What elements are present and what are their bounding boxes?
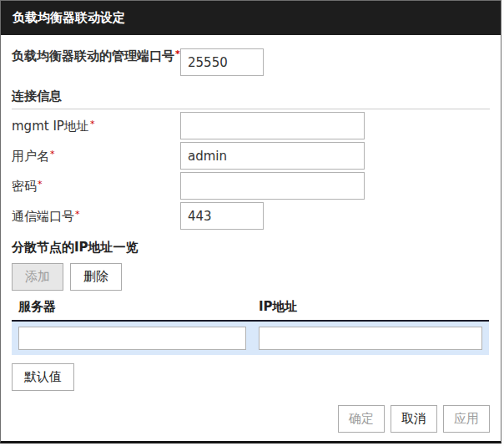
dialog-title: 负载均衡器联动设定: [13, 10, 125, 26]
delete-button[interactable]: 删除: [70, 263, 122, 291]
comm-port-label: 通信端口号*: [12, 202, 180, 226]
ip-cell-input[interactable]: [259, 327, 482, 350]
required-asterisk: *: [175, 48, 180, 59]
password-label-text: 密码: [12, 179, 37, 194]
mgmt-ip-input[interactable]: [180, 112, 365, 139]
password-label: 密码*: [12, 172, 180, 195]
default-value-button[interactable]: 默认值: [12, 363, 74, 391]
cancel-button[interactable]: 取消: [391, 405, 437, 433]
dialog-body: 负载均衡器联动的管理端口号* 连接信息 mgmt IP地址* 用户名* 密码*: [1, 48, 501, 433]
comm-port-row: 通信端口号*: [12, 202, 490, 230]
mgmt-ip-label: mgmt IP地址*: [12, 112, 180, 135]
comm-port-input[interactable]: [180, 202, 264, 230]
password-input[interactable]: [180, 172, 365, 200]
required-asterisk: *: [90, 119, 95, 129]
ok-button[interactable]: 确定: [338, 405, 385, 433]
dialog-footer: 确定 取消 应用: [12, 405, 490, 433]
mgmt-ip-row: mgmt IP地址*: [12, 112, 490, 139]
node-list-toolbar: 添加 删除: [12, 263, 490, 291]
mgmt-ip-label-text: mgmt IP地址: [12, 119, 89, 134]
add-button[interactable]: 添加: [12, 263, 63, 291]
comm-port-label-text: 通信端口号: [12, 209, 74, 224]
default-button-row: 默认值: [12, 363, 490, 391]
table-row[interactable]: [12, 322, 489, 355]
node-ip-table-header: 服务器 IP地址: [12, 299, 489, 322]
dialog-titlebar: 负载均衡器联动设定: [1, 1, 501, 35]
required-asterisk: *: [75, 209, 80, 220]
mgmt-port-input[interactable]: [180, 48, 264, 76]
username-label-text: 用户名: [12, 149, 49, 164]
server-column-header: 服务器: [12, 299, 259, 315]
server-cell-input[interactable]: [18, 327, 246, 350]
node-ip-list-title: 分散节点的IP地址一览: [12, 240, 490, 256]
apply-button[interactable]: 应用: [443, 405, 490, 433]
required-asterisk: *: [38, 179, 43, 190]
load-balancer-settings-dialog: 负载均衡器联动设定 负载均衡器联动的管理端口号* 连接信息 mgmt IP地址*…: [0, 0, 501, 443]
password-row: 密码*: [12, 172, 490, 200]
mgmt-port-row: 负载均衡器联动的管理端口号*: [12, 48, 490, 76]
username-row: 用户名*: [12, 142, 490, 170]
username-label: 用户名*: [12, 142, 180, 165]
mgmt-port-label-text: 负载均衡器联动的管理端口号: [12, 48, 174, 63]
node-ip-table: 服务器 IP地址: [12, 299, 489, 355]
mgmt-port-label: 负载均衡器联动的管理端口号*: [12, 48, 180, 65]
ip-column-header: IP地址: [259, 299, 489, 315]
connection-section-title: 连接信息: [12, 89, 490, 109]
username-input[interactable]: [180, 142, 365, 170]
required-asterisk: *: [50, 149, 55, 160]
